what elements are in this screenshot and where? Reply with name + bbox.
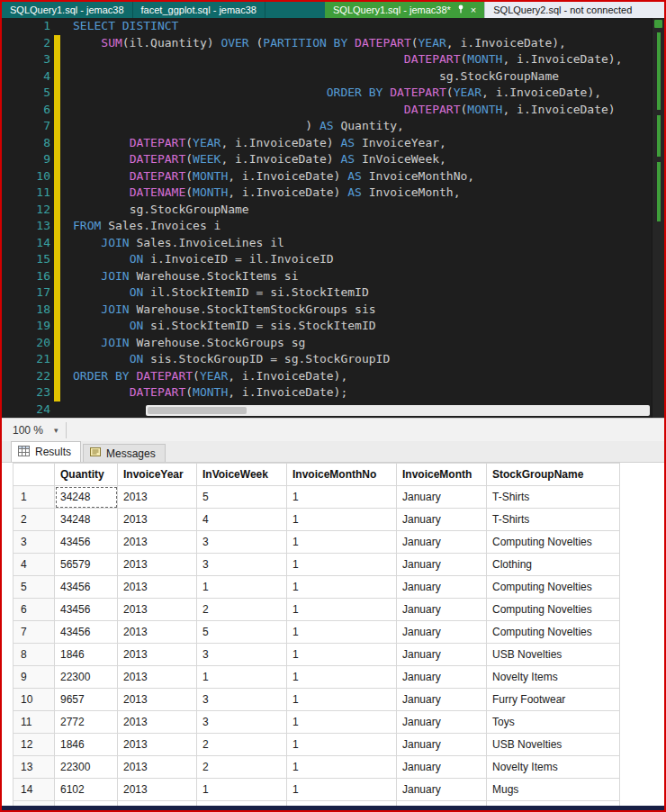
row-header[interactable]: 10 (14, 689, 55, 711)
grid-cell[interactable]: 56579 (55, 554, 118, 576)
grid-cell[interactable]: 1 (287, 734, 397, 756)
grid-cell[interactable]: Computing Novelties (487, 531, 620, 554)
grid-cell[interactable]: 2013 (118, 644, 197, 666)
pin-icon[interactable] (457, 5, 464, 15)
row-header[interactable]: 13 (14, 756, 55, 779)
grid-cell[interactable]: 1 (287, 756, 397, 779)
grid-cell[interactable]: 1 (287, 531, 397, 554)
grid-cell[interactable]: 1 (287, 644, 397, 666)
grid-cell[interactable]: 2772 (55, 711, 118, 734)
grid-cell[interactable]: 2 (197, 734, 287, 756)
grid-cell[interactable]: 5 (197, 621, 287, 644)
grid-cell[interactable]: January (397, 486, 487, 509)
grid-cell[interactable]: USB Novelties (487, 644, 620, 666)
grid-cell[interactable]: 1 (287, 576, 397, 599)
grid-cell[interactable]: January (397, 779, 487, 801)
editor-horizontal-scrollbar[interactable] (146, 405, 650, 416)
grid-cell[interactable]: 1 (197, 576, 287, 599)
grid-cell[interactable]: 2013 (118, 486, 197, 509)
grid-cell[interactable]: 2013 (118, 689, 197, 711)
grid-cell[interactable]: 1 (287, 599, 397, 621)
grid-cell[interactable]: 1846 (55, 644, 118, 666)
grid-cell[interactable]: 2013 (118, 734, 197, 756)
grid-cell[interactable]: 43456 (55, 531, 118, 554)
grid-cell[interactable]: 34248 (55, 486, 118, 509)
row-header[interactable]: 11 (14, 711, 55, 734)
grid-cell[interactable]: Furry Footwear (487, 689, 620, 711)
grid-corner-header[interactable] (14, 464, 55, 486)
grid-cell[interactable]: January (397, 644, 487, 666)
grid-cell[interactable]: January (397, 621, 487, 644)
grid-cell[interactable]: Computing Novelties (487, 621, 620, 644)
grid-cell[interactable]: Mugs (487, 779, 620, 801)
grid-cell[interactable]: 3 (197, 711, 287, 734)
close-icon[interactable]: × (471, 5, 476, 15)
row-header[interactable]: 6 (14, 599, 55, 621)
horizontal-scrollbar-thumb[interactable] (148, 407, 247, 414)
grid-cell[interactable]: USB Novelties (487, 734, 620, 756)
grid-cell[interactable]: 2013 (118, 576, 197, 599)
column-header-StockGroupName[interactable]: StockGroupName (487, 464, 620, 486)
column-header-InvoiceMonthNo[interactable]: InvoiceMonthNo (287, 464, 397, 486)
row-header[interactable]: 9 (14, 666, 55, 689)
grid-cell[interactable]: 1 (197, 666, 287, 689)
grid-cell[interactable]: January (397, 711, 487, 734)
grid-cell[interactable]: 34248 (55, 509, 118, 531)
grid-cell[interactable]: T-Shirts (487, 509, 620, 531)
document-tab-4[interactable]: SQLQuery2.sql - not connected (484, 2, 664, 18)
grid-cell[interactable]: 1846 (55, 734, 118, 756)
grid-cell[interactable]: 3 (197, 644, 287, 666)
grid-cell[interactable]: 1 (287, 554, 397, 576)
row-header[interactable]: 5 (14, 576, 55, 599)
grid-cell[interactable]: 2013 (118, 554, 197, 576)
grid-cell[interactable]: 2013 (118, 666, 197, 689)
row-header[interactable]: 4 (14, 554, 55, 576)
grid-cell[interactable]: January (397, 734, 487, 756)
grid-cell[interactable]: January (397, 599, 487, 621)
column-header-InvoiceYear[interactable]: InvoiceYear (118, 464, 197, 486)
grid-cell[interactable]: January (397, 554, 487, 576)
column-header-InvoiceMonth[interactable]: InvoiceMonth (397, 464, 487, 486)
grid-cell[interactable]: January (397, 531, 487, 554)
grid-cell[interactable]: Novelty Items (487, 756, 620, 779)
grid-cell[interactable]: January (397, 576, 487, 599)
grid-cell[interactable]: 2013 (118, 779, 197, 801)
editor-vertical-scrollbar[interactable] (652, 18, 664, 418)
grid-cell[interactable]: 5 (197, 486, 287, 509)
grid-cell[interactable]: 1 (287, 689, 397, 711)
grid-cell[interactable]: 22300 (55, 666, 118, 689)
grid-cell[interactable]: 2 (197, 756, 287, 779)
grid-cell[interactable]: 43456 (55, 599, 118, 621)
zoom-selector[interactable]: 100 % ▾ (7, 422, 67, 438)
grid-cell[interactable]: January (397, 756, 487, 779)
grid-cell[interactable]: 2 (197, 599, 287, 621)
grid-cell[interactable]: 3 (197, 689, 287, 711)
grid-cell[interactable]: 43456 (55, 621, 118, 644)
grid-cell[interactable]: 2013 (118, 756, 197, 779)
grid-cell[interactable]: Toys (487, 711, 620, 734)
grid-cell[interactable]: Clothing (487, 554, 620, 576)
row-header[interactable]: 2 (14, 509, 55, 531)
row-header[interactable]: 12 (14, 734, 55, 756)
sql-editor[interactable]: 1SELECT DISTINCT2 SUM(il.Quantity) OVER … (2, 18, 664, 418)
document-tab-3[interactable]: SQLQuery1.sql - jemac38*× (325, 2, 484, 18)
row-header[interactable]: 8 (14, 644, 55, 666)
grid-cell[interactable]: 1 (197, 779, 287, 801)
grid-cell[interactable]: Computing Novelties (487, 599, 620, 621)
grid-cell[interactable]: January (397, 509, 487, 531)
grid-cell[interactable]: 43456 (55, 576, 118, 599)
row-header[interactable]: 3 (14, 531, 55, 554)
grid-cell[interactable]: 3 (197, 554, 287, 576)
grid-cell[interactable]: 6102 (55, 779, 118, 801)
grid-cell[interactable]: 2013 (118, 531, 197, 554)
document-tab-2[interactable]: facet_ggplot.sql - jemac38 (133, 2, 266, 18)
document-tab-1[interactable]: SQLQuery1.sql - jemac38 (2, 2, 133, 18)
grid-cell[interactable]: 2013 (118, 509, 197, 531)
grid-cell[interactable]: 2013 (118, 599, 197, 621)
grid-cell[interactable]: 3 (197, 531, 287, 554)
grid-cell[interactable]: 2013 (118, 621, 197, 644)
row-header[interactable]: 1 (14, 486, 55, 509)
grid-cell[interactable]: January (397, 666, 487, 689)
grid-cell[interactable]: 4 (197, 509, 287, 531)
grid-cell[interactable]: 1 (287, 666, 397, 689)
